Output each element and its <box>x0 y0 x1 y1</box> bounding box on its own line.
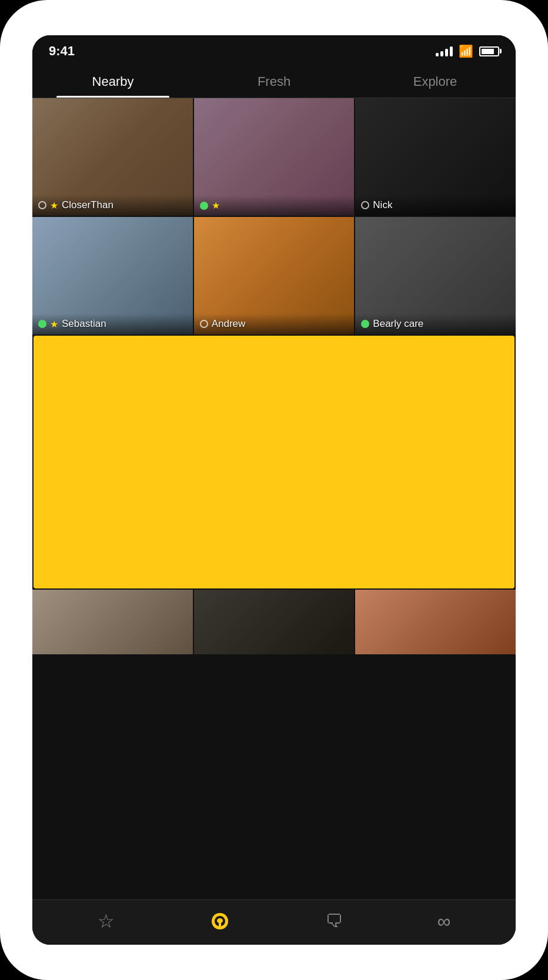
bottom-cell-3[interactable] <box>355 590 516 654</box>
cell-name: CloserThan <box>62 199 113 211</box>
favorites-icon: ☆ <box>98 912 115 931</box>
nav-unlimited[interactable]: ∞ <box>437 912 451 931</box>
unlimited-icon: ∞ <box>437 912 451 931</box>
status-dot <box>361 201 369 209</box>
grid-cell-sebastian[interactable]: ★ Sebastian <box>32 217 193 335</box>
bottom-cell-1[interactable] <box>32 590 193 654</box>
signal-bars-icon <box>436 46 453 56</box>
cell-name: Andrew <box>212 318 246 330</box>
status-dot <box>38 201 46 209</box>
nav-home[interactable] <box>209 911 230 932</box>
bottom-nav: ☆ 🗨 ∞ <box>32 899 516 945</box>
grid-scroll[interactable]: ★ CloserThan ★ <box>32 98 516 899</box>
status-dot <box>38 320 46 328</box>
grid-cell-bearly[interactable]: Bearly care <box>355 217 516 335</box>
status-dot <box>361 320 369 328</box>
cell-name: Nick <box>373 199 392 211</box>
wifi-icon: 📶 <box>459 44 473 58</box>
grid-row-2: ★ Sebastian Andrew Bearly care <box>32 217 516 335</box>
grid-row-1: ★ CloserThan ★ <box>32 98 516 216</box>
tab-nearby[interactable]: Nearby <box>32 63 193 98</box>
tab-bar: Nearby Fresh Explore <box>32 63 516 98</box>
phone-frame: 9:41 📶 Nearby Fresh <box>0 0 548 980</box>
grid-cell-2[interactable]: ★ <box>194 98 355 216</box>
grindr-icon <box>209 911 230 932</box>
bottom-cell-2[interactable] <box>194 590 355 654</box>
star-icon: ★ <box>50 319 58 330</box>
cell-name: Bearly care <box>373 318 423 330</box>
status-icons: 📶 <box>436 44 499 58</box>
battery-icon <box>479 46 499 56</box>
star-icon: ★ <box>50 200 58 211</box>
nav-favorites[interactable]: ☆ <box>98 912 115 931</box>
messages-icon: 🗨 <box>325 912 343 930</box>
status-time: 9:41 <box>49 44 75 59</box>
phone-screen: 9:41 📶 Nearby Fresh <box>32 35 516 945</box>
status-bar: 9:41 📶 <box>32 35 516 63</box>
grid-cell-closerthan[interactable]: ★ CloserThan <box>32 98 193 216</box>
tab-explore[interactable]: Explore <box>355 63 516 98</box>
star-icon: ★ <box>212 200 220 211</box>
bottom-partial-row <box>32 590 516 654</box>
ad-block[interactable] <box>34 336 514 588</box>
cell-name: Sebastian <box>62 318 106 330</box>
grid-cell-nick[interactable]: Nick <box>355 98 516 216</box>
status-dot <box>200 202 208 210</box>
status-dot <box>200 320 208 328</box>
grid-cell-andrew[interactable]: Andrew <box>194 217 355 335</box>
tab-fresh[interactable]: Fresh <box>193 63 355 98</box>
nav-messages[interactable]: 🗨 <box>325 912 343 930</box>
